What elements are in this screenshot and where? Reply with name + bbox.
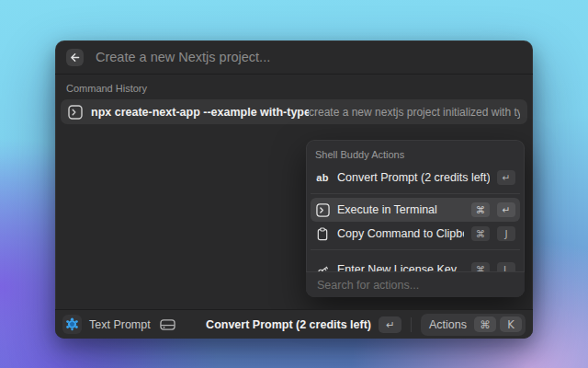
- k-key-badge: K: [500, 316, 522, 332]
- action-item-convert-prompt[interactable]: ab Convert Prompt (2 credits left) ↵: [311, 166, 520, 190]
- footer-bar: Text Prompt Convert Prompt (2 credits le…: [55, 309, 533, 339]
- clipboard-icon: [315, 227, 330, 241]
- actions-menu-button[interactable]: Actions ⌘ K: [421, 314, 526, 336]
- action-item-copy-command[interactable]: Copy Command to Clipboard ⌘ J: [311, 222, 520, 246]
- actions-search-input[interactable]: [315, 278, 515, 293]
- footer-primary-action[interactable]: Convert Prompt (2 credits left): [206, 318, 371, 331]
- shell-buddy-window: Command History npx create-next-app --ex…: [55, 40, 533, 339]
- history-description: create a new nextjs project initialized …: [309, 106, 520, 119]
- footer-separator: [411, 317, 412, 332]
- actions-panel: Shell Buddy Actions ab Convert Prompt (2…: [306, 140, 525, 297]
- terminal-icon: [68, 105, 83, 120]
- return-key-badge: ↵: [497, 202, 515, 217]
- back-button[interactable]: [66, 49, 84, 66]
- return-key-badge: ↵: [379, 316, 401, 333]
- footer-app-label: Text Prompt: [89, 318, 151, 331]
- command-key-badge: ⌘: [471, 202, 490, 217]
- drive-icon[interactable]: [160, 318, 175, 331]
- actions-panel-header: Shell Buddy Actions: [306, 140, 525, 166]
- action-item-execute-in-terminal[interactable]: Execute in Terminal ⌘ ↵: [311, 198, 520, 222]
- return-key-badge: ↵: [497, 170, 515, 185]
- footer-right-group: Convert Prompt (2 credits left) ↵ Action…: [206, 314, 526, 336]
- history-command: npx create-next-app --example with-types…: [91, 106, 309, 119]
- command-history-section-label: Command History: [66, 83, 522, 94]
- actions-search-bar: [306, 271, 525, 297]
- panel-divider: [311, 193, 520, 194]
- desktop-background: Command History npx create-next-app --ex…: [0, 0, 588, 368]
- command-search-input[interactable]: [94, 49, 522, 65]
- history-row[interactable]: npx create-next-app --example with-types…: [61, 99, 527, 124]
- j-key-badge: J: [497, 226, 515, 241]
- text-format-icon: ab: [315, 172, 330, 183]
- command-key-badge: ⌘: [471, 226, 490, 241]
- terminal-icon: [315, 203, 330, 217]
- command-key-badge: ⌘: [474, 316, 496, 332]
- shell-buddy-logo-icon[interactable]: [62, 315, 82, 334]
- panel-divider: [311, 249, 520, 250]
- titlebar: [55, 40, 533, 75]
- back-arrow-icon: [70, 52, 80, 63]
